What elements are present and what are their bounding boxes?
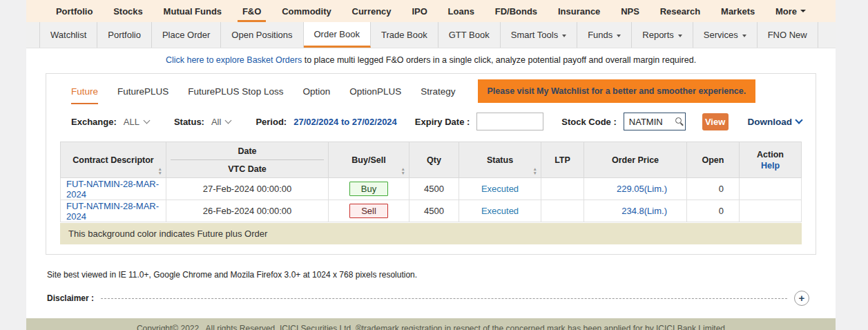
nav-item-markets[interactable]: Markets [721,0,755,22]
tab-strategy[interactable]: Strategy [421,81,455,104]
nav-item-portfolio[interactable]: Portfolio [56,0,93,22]
subnav-item-smart-tools[interactable]: Smart Tools [501,22,577,48]
nav-item-currency[interactable]: Currency [352,0,392,22]
status-cell: Executed [481,206,519,216]
nav-item-nps[interactable]: NPS [621,0,639,22]
copyright-bar: Copyright© 2022 . All rights Reserved. I… [26,318,836,330]
order-book-card: Future FuturePLUS FuturePLUS Stop Loss O… [46,73,816,255]
nav-item-insurance[interactable]: Insurance [558,0,600,22]
order-date-cell: 27-Feb-2024 00:00:00 [166,178,329,200]
nav-item-commodity[interactable]: Commodity [282,0,331,22]
col-ltp: LTP [541,142,584,178]
status-header-label: Status [487,155,513,165]
order-book-table: Contract Descriptor ▲▼ Date VTC Date Buy… [60,142,802,222]
stock-code-label: Stock Code : [561,117,616,127]
nav-item-stocks[interactable]: Stocks [113,0,143,22]
sort-icon[interactable]: ▲▼ [533,167,537,175]
ltp-cell [541,178,584,200]
best-viewed-note: Site best viewed in IE 11.0+, Google Chr… [46,255,816,280]
future-plus-legend: This background color indicates Future p… [60,223,802,244]
action-header-label: Action [757,150,784,159]
subnav-item-open-positions[interactable]: Open Positions [221,22,303,48]
subnav-funds-label: Funds [588,30,613,40]
basket-orders-text: to place multi legged F&O orders in a si… [302,55,696,65]
order-price-cell: 234.8(Lim.) [621,206,667,216]
col-open: Open [687,142,740,178]
basket-orders-link[interactable]: Click here to explore Basket Orders [166,55,302,65]
tabs-row: Future FuturePLUS FuturePLUS Stop Loss O… [60,78,802,104]
disclaimer-divider [101,298,787,299]
tab-option[interactable]: Option [302,81,330,104]
subnav-item-gtt-book[interactable]: GTT Book [438,22,501,48]
subnav-item-services[interactable]: Services [693,22,758,48]
view-button[interactable]: View [702,113,729,130]
contract-link[interactable]: FUT-NATMIN-28-MAR-2024 [66,179,159,200]
disclaimer-row: Disclaimer : + [46,280,816,306]
subnav-item-trade-book[interactable]: Trade Book [371,22,438,48]
chevron-down-icon [800,10,806,12]
col-status[interactable]: Status ▲▼ [459,142,541,178]
filter-bar: Exchange: ALL Status: All Period: 27/02/… [60,104,802,142]
tab-optionplus[interactable]: OptionPLUS [349,81,401,104]
basket-orders-line: Click here to explore Basket Orders to p… [26,48,836,65]
status-label: Status: [174,117,204,127]
nav-item-loans[interactable]: Loans [448,0,474,22]
fno-subnav: Watchlist Portfolio Place Order Open Pos… [26,22,836,48]
subnav-services-label: Services [704,30,738,40]
subnav-item-watchlist[interactable]: Watchlist [39,22,97,48]
table-row: FUT-NATMIN-28-MAR-2024 26-Feb-2024 00:00… [61,200,802,222]
chevron-down-icon [617,35,621,37]
expiry-date-input[interactable] [476,113,543,130]
subnav-item-fno-new[interactable]: FNO New [758,22,818,48]
col-contract-descriptor[interactable]: Contract Descriptor ▲▼ [61,142,166,178]
tab-futureplus-stop-loss[interactable]: FuturePLUS Stop Loss [188,81,283,104]
search-icon[interactable] [675,117,682,124]
chevron-down-icon [562,35,566,37]
subnav-item-order-book[interactable]: Order Book [304,22,371,48]
tab-futureplus[interactable]: FuturePLUS [117,81,168,104]
nav-item-ipo[interactable]: IPO [412,0,427,22]
nav-item-fno[interactable]: F&O [242,0,261,22]
sort-icon[interactable]: ▲▼ [158,167,162,175]
subnav-item-reports[interactable]: Reports [632,22,693,48]
expiry-date-label: Expiry Date : [415,117,470,127]
period-value[interactable]: 27/02/2024 to 27/02/2024 [293,117,397,127]
col-buy-sell[interactable]: Buy/Sell ▲▼ [329,142,409,178]
table-row: FUT-NATMIN-28-MAR-2024 27-Feb-2024 00:00… [61,178,802,200]
watchlist-promo-banner: Please visit My Watchlist for a better a… [478,79,756,103]
contract-header-label: Contract Descriptor [73,155,153,165]
tab-future[interactable]: Future [71,81,98,104]
disclaimer-label: Disclaimer : [47,293,94,303]
help-link[interactable]: Help [740,161,801,171]
ltp-cell [541,200,584,222]
page: Portfolio Stocks Mutual Funds F&O Commod… [26,0,836,330]
stock-code-wrap [624,113,686,130]
status-select[interactable]: All [211,117,231,127]
order-type-tabs: Future FuturePLUS FuturePLUS Stop Loss O… [60,78,456,104]
exchange-select[interactable]: ALL [124,117,149,127]
buy-badge[interactable]: Buy [349,182,388,196]
status-value: All [211,117,221,127]
nav-item-fd-bonds[interactable]: FD/Bonds [495,0,537,22]
chevron-down-icon [795,116,802,124]
chevron-down-icon [678,35,682,37]
download-label: Download [748,117,793,127]
nav-item-research[interactable]: Research [660,0,701,22]
sort-icon[interactable]: ▲▼ [401,167,405,175]
subnav-item-place-order[interactable]: Place Order [152,22,221,48]
col-action-help: Action Help [740,142,802,178]
nav-item-more[interactable]: More [775,0,806,22]
expand-disclaimer-button[interactable]: + [794,291,809,306]
sell-badge[interactable]: Sell [349,204,388,218]
table-header-row: Contract Descriptor ▲▼ Date VTC Date Buy… [61,142,802,178]
nav-item-mutual-funds[interactable]: Mutual Funds [164,0,222,22]
status-cell: Executed [481,184,519,194]
contract-link[interactable]: FUT-NATMIN-28-MAR-2024 [66,201,159,222]
chevron-down-icon [742,35,746,37]
download-button[interactable]: Download [748,117,802,127]
exchange-label: Exchange: [71,117,117,127]
open-cell: 0 [687,178,740,200]
subnav-item-funds[interactable]: Funds [577,22,632,48]
col-order-price: Order Price [584,142,687,178]
subnav-item-portfolio[interactable]: Portfolio [97,22,152,48]
